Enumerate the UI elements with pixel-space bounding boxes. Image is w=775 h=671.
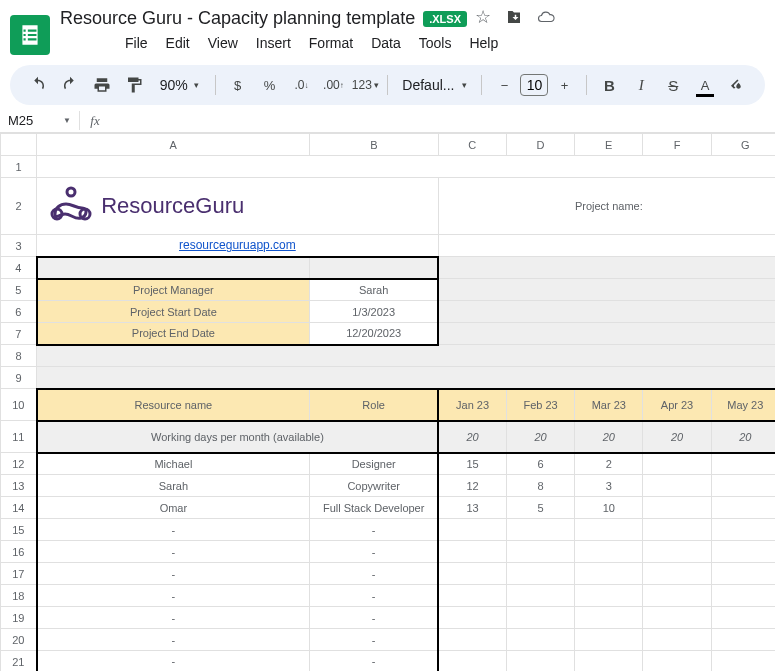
bold-button[interactable]: B — [595, 71, 623, 99]
menu-file[interactable]: File — [118, 31, 155, 55]
header-month: Apr 23 — [643, 389, 711, 421]
available-val[interactable]: 20 — [506, 421, 574, 453]
menu-view[interactable]: View — [201, 31, 245, 55]
row-header[interactable]: 20 — [1, 629, 37, 651]
header-role: Role — [310, 389, 438, 421]
svg-point-1 — [52, 209, 62, 219]
formula-bar: M25▼ fx — [0, 109, 775, 133]
paint-format-button[interactable] — [120, 71, 148, 99]
resourceguru-link[interactable]: resourceguruapp.com — [179, 238, 296, 252]
row-header[interactable]: 6 — [1, 301, 37, 323]
toolbar: 90% $ % .0↓ .00↑ 123 Defaul... − + B I S… — [10, 65, 765, 105]
header-month: Feb 23 — [506, 389, 574, 421]
row-header[interactable]: 10 — [1, 389, 37, 421]
resourceguru-logo: ResourceGuru — [43, 180, 432, 232]
row-header[interactable]: 15 — [1, 519, 37, 541]
name-box[interactable]: M25▼ — [0, 111, 80, 130]
row-header[interactable]: 14 — [1, 497, 37, 519]
start-label: Project Start Date — [37, 301, 310, 323]
row-header[interactable]: 17 — [1, 563, 37, 585]
available-val[interactable]: 20 — [711, 421, 775, 453]
decrease-font-button[interactable]: − — [490, 71, 518, 99]
increase-font-button[interactable]: + — [550, 71, 578, 99]
pm-label: Project Manager — [37, 279, 310, 301]
cloud-status-icon[interactable] — [537, 8, 555, 29]
font-size-input[interactable] — [520, 74, 548, 96]
star-icon[interactable]: ☆ — [475, 8, 491, 29]
increase-decimal-button[interactable]: .00↑ — [319, 71, 347, 99]
header-resource: Resource name — [37, 389, 310, 421]
percent-button[interactable]: % — [256, 71, 284, 99]
end-label: Project End Date — [37, 323, 310, 345]
available-val[interactable]: 20 — [438, 421, 506, 453]
pm-value[interactable]: Sarah — [310, 279, 438, 301]
row-header[interactable]: 2 — [1, 178, 37, 235]
available-val[interactable]: 20 — [643, 421, 711, 453]
more-formats-button[interactable]: 123 — [351, 71, 379, 99]
end-value[interactable]: 12/20/2023 — [310, 323, 438, 345]
project-name-label: Project name: — [438, 178, 775, 235]
header-month: Mar 23 — [575, 389, 643, 421]
start-value[interactable]: 1/3/2023 — [310, 301, 438, 323]
menu-format[interactable]: Format — [302, 31, 360, 55]
menu-help[interactable]: Help — [462, 31, 505, 55]
title-area: Resource Guru - Capacity planning templa… — [60, 8, 765, 61]
select-all-corner[interactable] — [1, 134, 37, 156]
row-header[interactable]: 7 — [1, 323, 37, 345]
menubar: File Edit View Insert Format Data Tools … — [60, 29, 765, 61]
row-header[interactable]: 16 — [1, 541, 37, 563]
fill-color-button[interactable] — [723, 71, 751, 99]
undo-button[interactable] — [24, 71, 52, 99]
file-type-badge: .XLSX — [423, 11, 467, 27]
row-header[interactable]: 19 — [1, 607, 37, 629]
print-button[interactable] — [88, 71, 116, 99]
row-header[interactable]: 18 — [1, 585, 37, 607]
header-month: Jan 23 — [438, 389, 506, 421]
row-header[interactable]: 8 — [1, 345, 37, 367]
menu-insert[interactable]: Insert — [249, 31, 298, 55]
row-header[interactable]: 4 — [1, 257, 37, 279]
menu-data[interactable]: Data — [364, 31, 408, 55]
row-header[interactable]: 3 — [1, 235, 37, 257]
svg-point-0 — [67, 188, 75, 196]
move-icon[interactable] — [505, 8, 523, 29]
zoom-select[interactable]: 90% — [152, 77, 207, 93]
titlebar: Resource Guru - Capacity planning templa… — [0, 0, 775, 61]
col-header[interactable]: C — [438, 134, 506, 156]
available-label: Working days per month (available) — [37, 421, 439, 453]
row-header[interactable]: 21 — [1, 651, 37, 672]
person-role[interactable]: Designer — [310, 453, 438, 475]
col-header[interactable]: B — [310, 134, 438, 156]
strikethrough-button[interactable]: S — [659, 71, 687, 99]
available-val[interactable]: 20 — [575, 421, 643, 453]
row-header[interactable]: 13 — [1, 475, 37, 497]
font-select[interactable]: Defaul... — [396, 77, 473, 93]
decrease-decimal-button[interactable]: .0↓ — [288, 71, 316, 99]
header-month: May 23 — [711, 389, 775, 421]
col-header[interactable]: D — [506, 134, 574, 156]
col-header[interactable]: A — [37, 134, 310, 156]
text-color-button[interactable]: A — [691, 71, 719, 99]
resourceguru-wordmark: ResourceGuru — [101, 193, 244, 219]
menu-tools[interactable]: Tools — [412, 31, 459, 55]
person-name[interactable]: Michael — [37, 453, 310, 475]
col-header[interactable]: G — [711, 134, 775, 156]
spreadsheet-grid[interactable]: A B C D E F G 1 2 ResourceGuru Project n… — [0, 133, 775, 671]
document-title[interactable]: Resource Guru - Capacity planning templa… — [60, 8, 415, 29]
currency-button[interactable]: $ — [224, 71, 252, 99]
redo-button[interactable] — [56, 71, 84, 99]
row-header[interactable]: 5 — [1, 279, 37, 301]
row-header[interactable]: 9 — [1, 367, 37, 389]
menu-edit[interactable]: Edit — [159, 31, 197, 55]
col-header[interactable]: E — [575, 134, 643, 156]
formula-input[interactable] — [110, 111, 775, 130]
fx-icon: fx — [80, 113, 110, 129]
row-header[interactable]: 12 — [1, 453, 37, 475]
row-header[interactable]: 11 — [1, 421, 37, 453]
italic-button[interactable]: I — [627, 71, 655, 99]
resourceguru-mark-icon — [49, 184, 93, 228]
col-header[interactable]: F — [643, 134, 711, 156]
sheets-logo-icon[interactable] — [10, 15, 50, 55]
row-header[interactable]: 1 — [1, 156, 37, 178]
